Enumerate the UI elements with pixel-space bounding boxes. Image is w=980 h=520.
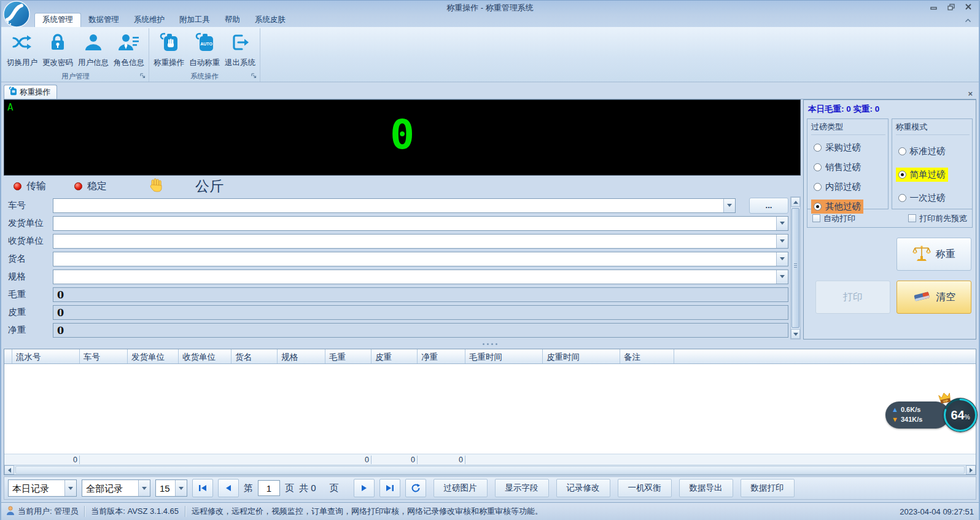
chevron-down-icon[interactable] (776, 252, 788, 266)
last-page-button[interactable] (379, 479, 400, 497)
balance-scale-icon (912, 244, 931, 264)
column-header-shipper[interactable]: 发货单位 (128, 349, 179, 363)
radio-standard[interactable]: 标准过磅 (896, 144, 948, 158)
column-header-net[interactable]: 净重 (418, 349, 465, 363)
spec-combobox[interactable] (53, 270, 788, 284)
column-header-remark[interactable]: 备注 (620, 349, 674, 363)
menu-tab-maintenance[interactable]: 系统维护 (126, 14, 172, 27)
radio-selected-icon[interactable] (898, 171, 906, 179)
chevron-down-icon[interactable] (776, 270, 788, 284)
user-info-button[interactable]: 用户信息 (76, 28, 111, 71)
radio-simple[interactable]: 简单过磅 (896, 168, 948, 182)
chevron-down-icon[interactable] (175, 480, 187, 496)
column-header-tare-time[interactable]: 皮重时间 (543, 349, 620, 363)
chevron-down-icon[interactable] (776, 235, 788, 248)
collapse-ribbon-icon[interactable] (965, 14, 971, 25)
exit-system-button[interactable]: 退出系统 (222, 28, 258, 71)
dual-scale-button[interactable]: 一机双衡 (618, 479, 672, 497)
print-data-button[interactable]: 数据打印 (741, 479, 795, 497)
weigh-operation-button[interactable]: 称重操作 (151, 28, 187, 71)
close-tab-icon[interactable]: × (968, 91, 973, 97)
checkbox-icon[interactable] (908, 214, 916, 222)
menu-tab-tools[interactable]: 附加工具 (172, 14, 217, 27)
restore-button[interactable] (947, 3, 955, 11)
auto-weigh-button[interactable]: AUTO 自动称重 (187, 28, 222, 71)
refresh-button[interactable] (405, 479, 426, 497)
close-button[interactable] (964, 3, 973, 11)
goods-combobox[interactable] (53, 252, 788, 266)
footer-tare-total: 0 (371, 456, 418, 464)
menu-tab-data[interactable]: 数据管理 (81, 14, 126, 27)
radio-icon[interactable] (814, 144, 822, 152)
role-info-button[interactable]: 角色信息 (111, 28, 147, 71)
scrollbar-track[interactable] (15, 466, 965, 474)
truck-no-more-button[interactable]: ... (749, 198, 788, 214)
column-header-tare[interactable]: 皮重 (371, 349, 418, 363)
menu-tab-system[interactable]: 系统管理 (34, 13, 81, 27)
preview-before-print-checkbox[interactable]: 打印前先预览 (908, 213, 967, 224)
edit-record-button[interactable]: 记录修改 (556, 479, 610, 497)
prev-page-button[interactable] (218, 479, 239, 497)
radio-internal[interactable]: 内部过磅 (811, 180, 863, 194)
radio-icon[interactable] (814, 183, 822, 191)
scrollbar-thumb[interactable] (791, 208, 799, 328)
tab-label: 称重操作 (20, 87, 50, 98)
radio-icon[interactable] (814, 163, 822, 171)
next-page-button[interactable] (354, 479, 375, 497)
window-title: 称重操作 - 称重管理系统 (1, 2, 979, 14)
column-header-goods[interactable]: 货名 (231, 349, 278, 363)
radio-purchase[interactable]: 采购过磅 (811, 141, 863, 155)
radio-icon[interactable] (898, 147, 906, 155)
first-page-button[interactable] (192, 479, 213, 497)
page-size-combobox[interactable]: 15 (155, 479, 187, 497)
clear-button[interactable]: 清空 (896, 281, 971, 314)
scroll-left-icon[interactable] (4, 465, 14, 475)
menu-tab-help[interactable]: 帮助 (217, 14, 247, 27)
receiver-combobox[interactable] (53, 234, 788, 249)
dialog-launcher-icon[interactable] (251, 72, 257, 80)
tab-weigh-operation[interactable]: 称重操作 (4, 85, 57, 99)
radio-selected-icon[interactable] (814, 203, 822, 211)
column-header-gross[interactable]: 毛重 (325, 349, 371, 363)
page-number-input[interactable] (258, 480, 280, 496)
export-data-button[interactable]: 数据导出 (679, 479, 733, 497)
column-header-truck[interactable]: 车号 (80, 349, 128, 363)
switch-user-button[interactable]: 切换用户 (4, 28, 40, 71)
chevron-down-icon[interactable] (138, 480, 150, 496)
net-speed-widget[interactable]: ▲ 0.6K/s ▼ 341K/s 64% VIP (885, 393, 978, 433)
truck-no-combobox[interactable] (53, 198, 736, 213)
dialog-launcher-icon[interactable] (140, 72, 146, 80)
scroll-right-icon[interactable] (966, 465, 976, 475)
grid-body-empty[interactable] (4, 364, 976, 454)
chevron-down-icon[interactable] (64, 480, 76, 496)
radio-icon[interactable] (898, 194, 906, 202)
chevron-down-icon[interactable] (776, 217, 788, 230)
checkbox-icon[interactable] (812, 214, 820, 222)
record-filter-combobox[interactable]: 本日记录 (8, 479, 77, 497)
column-header-receiver[interactable]: 收货单位 (179, 349, 231, 363)
column-header-gross-time[interactable]: 毛重时间 (465, 349, 543, 363)
shipper-combobox[interactable] (53, 216, 788, 231)
weigh-button[interactable]: 称重 (896, 238, 971, 271)
weigh-photos-button[interactable]: 过磅图片 (434, 479, 488, 497)
change-password-button[interactable]: 更改密码 (40, 28, 76, 71)
radio-once[interactable]: 一次过磅 (896, 191, 948, 205)
scroll-up-icon[interactable] (791, 197, 800, 207)
scope-filter-combobox[interactable]: 全部记录 (82, 479, 150, 497)
radio-sales[interactable]: 销售过磅 (811, 160, 863, 174)
horizontal-splitter[interactable] (4, 340, 976, 349)
column-header-serial[interactable]: 流水号 (12, 349, 80, 363)
auto-print-checkbox[interactable]: 自动打印 (812, 213, 855, 224)
chevron-down-icon[interactable] (723, 199, 735, 212)
switch-user-label: 切换用户 (7, 58, 37, 68)
radio-other[interactable]: 其他过磅 (811, 200, 863, 214)
show-fields-button[interactable]: 显示字段 (495, 479, 549, 497)
scroll-down-icon[interactable] (791, 329, 800, 339)
form-vertical-scrollbar[interactable] (790, 196, 801, 340)
user-info-label: 用户信息 (78, 58, 109, 68)
print-button[interactable]: 打印 (815, 281, 890, 314)
grid-horizontal-scrollbar[interactable] (4, 465, 976, 475)
column-header-spec[interactable]: 规格 (278, 349, 325, 363)
menu-tab-skin[interactable]: 系统皮肤 (247, 14, 293, 27)
minimize-button[interactable] (930, 3, 938, 11)
